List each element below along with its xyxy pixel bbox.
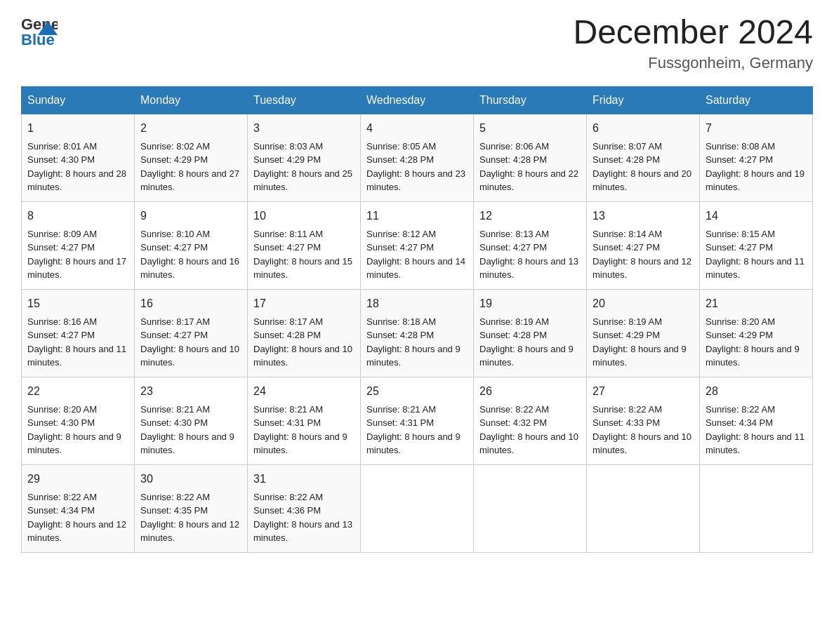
day-info: Sunrise: 8:02 AMSunset: 4:29 PMDaylight:… [140,141,239,193]
day-number: 7 [706,120,807,137]
day-info: Sunrise: 8:08 AMSunset: 4:27 PMDaylight:… [706,141,805,193]
day-number: 10 [253,208,355,224]
day-cell [700,464,813,552]
svg-text:Blue: Blue [21,31,55,48]
day-cell [361,464,474,552]
day-number: 12 [479,208,581,224]
day-number: 17 [253,295,355,312]
day-cell: 24Sunrise: 8:21 AMSunset: 4:31 PMDayligh… [248,377,361,464]
week-row-1: 1Sunrise: 8:01 AMSunset: 4:30 PMDaylight… [22,114,813,201]
day-info: Sunrise: 8:09 AMSunset: 4:27 PMDaylight:… [27,229,126,281]
day-cell: 26Sunrise: 8:22 AMSunset: 4:32 PMDayligh… [474,377,587,464]
day-info: Sunrise: 8:20 AMSunset: 4:29 PMDaylight:… [706,316,800,368]
day-cell: 18Sunrise: 8:18 AMSunset: 4:28 PMDayligh… [361,289,474,377]
week-row-4: 22Sunrise: 8:20 AMSunset: 4:30 PMDayligh… [22,377,813,464]
day-cell: 21Sunrise: 8:20 AMSunset: 4:29 PMDayligh… [700,289,813,377]
day-cell: 31Sunrise: 8:22 AMSunset: 4:36 PMDayligh… [248,464,361,552]
day-info: Sunrise: 8:20 AMSunset: 4:30 PMDaylight:… [27,404,121,456]
day-cell: 1Sunrise: 8:01 AMSunset: 4:30 PMDaylight… [22,114,135,201]
title-section: December 2024 Fussgonheim, Germany [573,14,813,72]
header-monday: Monday [135,86,248,114]
day-cell: 29Sunrise: 8:22 AMSunset: 4:34 PMDayligh… [22,464,135,552]
day-info: Sunrise: 8:22 AMSunset: 4:36 PMDaylight:… [253,492,352,544]
day-cell: 27Sunrise: 8:22 AMSunset: 4:33 PMDayligh… [587,377,700,464]
day-number: 26 [479,383,581,400]
day-info: Sunrise: 8:19 AMSunset: 4:29 PMDaylight:… [593,316,687,368]
logo: General Blue [21,14,58,52]
day-info: Sunrise: 8:16 AMSunset: 4:27 PMDaylight:… [27,316,126,368]
day-number: 24 [253,383,355,400]
day-number: 15 [27,295,128,312]
day-info: Sunrise: 8:18 AMSunset: 4:28 PMDaylight:… [366,316,461,368]
day-cell: 10Sunrise: 8:11 AMSunset: 4:27 PMDayligh… [248,201,361,289]
day-info: Sunrise: 8:22 AMSunset: 4:34 PMDaylight:… [27,492,126,544]
day-number: 6 [593,120,694,137]
day-info: Sunrise: 8:03 AMSunset: 4:29 PMDaylight:… [253,141,352,193]
day-number: 4 [366,120,468,137]
day-number: 30 [140,471,241,488]
header-row: SundayMondayTuesdayWednesdayThursdayFrid… [22,86,813,114]
day-info: Sunrise: 8:21 AMSunset: 4:31 PMDaylight:… [253,404,348,456]
day-number: 14 [706,208,807,224]
day-cell: 13Sunrise: 8:14 AMSunset: 4:27 PMDayligh… [587,201,700,289]
day-info: Sunrise: 8:13 AMSunset: 4:27 PMDaylight:… [479,229,578,281]
day-number: 2 [140,120,241,137]
day-cell [474,464,587,552]
calendar-table: SundayMondayTuesdayWednesdayThursdayFrid… [21,86,813,553]
day-number: 29 [27,471,128,488]
day-cell: 11Sunrise: 8:12 AMSunset: 4:27 PMDayligh… [361,201,474,289]
day-number: 18 [366,295,468,312]
location-title: Fussgonheim, Germany [573,54,813,72]
day-info: Sunrise: 8:14 AMSunset: 4:27 PMDaylight:… [593,229,691,281]
day-number: 19 [479,295,581,312]
day-info: Sunrise: 8:22 AMSunset: 4:32 PMDaylight:… [479,404,578,456]
day-info: Sunrise: 8:05 AMSunset: 4:28 PMDaylight:… [366,141,465,193]
day-info: Sunrise: 8:07 AMSunset: 4:28 PMDaylight:… [593,141,691,193]
day-info: Sunrise: 8:21 AMSunset: 4:30 PMDaylight:… [140,404,234,456]
day-cell: 8Sunrise: 8:09 AMSunset: 4:27 PMDaylight… [22,201,135,289]
week-row-2: 8Sunrise: 8:09 AMSunset: 4:27 PMDaylight… [22,201,813,289]
day-cell: 5Sunrise: 8:06 AMSunset: 4:28 PMDaylight… [474,114,587,201]
day-number: 3 [253,120,355,137]
day-number: 1 [27,120,128,137]
day-info: Sunrise: 8:22 AMSunset: 4:35 PMDaylight:… [140,492,239,544]
day-cell: 9Sunrise: 8:10 AMSunset: 4:27 PMDaylight… [135,201,248,289]
day-number: 9 [140,208,241,224]
day-number: 27 [593,383,694,400]
day-cell: 22Sunrise: 8:20 AMSunset: 4:30 PMDayligh… [22,377,135,464]
day-number: 16 [140,295,241,312]
day-number: 22 [27,383,128,400]
day-info: Sunrise: 8:22 AMSunset: 4:34 PMDaylight:… [706,404,805,456]
day-cell: 12Sunrise: 8:13 AMSunset: 4:27 PMDayligh… [474,201,587,289]
logo-icon-area: General Blue [21,14,58,52]
day-number: 13 [593,208,694,224]
day-cell: 17Sunrise: 8:17 AMSunset: 4:28 PMDayligh… [248,289,361,377]
day-number: 11 [366,208,468,224]
header-friday: Friday [587,86,700,114]
day-number: 21 [706,295,807,312]
day-info: Sunrise: 8:22 AMSunset: 4:33 PMDaylight:… [593,404,691,456]
day-cell: 7Sunrise: 8:08 AMSunset: 4:27 PMDaylight… [700,114,813,201]
day-cell: 23Sunrise: 8:21 AMSunset: 4:30 PMDayligh… [135,377,248,464]
week-row-5: 29Sunrise: 8:22 AMSunset: 4:34 PMDayligh… [22,464,813,552]
header-thursday: Thursday [474,86,587,114]
day-info: Sunrise: 8:17 AMSunset: 4:27 PMDaylight:… [140,316,239,368]
day-cell: 3Sunrise: 8:03 AMSunset: 4:29 PMDaylight… [248,114,361,201]
day-cell: 15Sunrise: 8:16 AMSunset: 4:27 PMDayligh… [22,289,135,377]
day-number: 20 [593,295,694,312]
header-saturday: Saturday [700,86,813,114]
day-number: 25 [366,383,468,400]
day-number: 23 [140,383,241,400]
day-cell: 25Sunrise: 8:21 AMSunset: 4:31 PMDayligh… [361,377,474,464]
day-info: Sunrise: 8:11 AMSunset: 4:27 PMDaylight:… [253,229,352,281]
day-info: Sunrise: 8:17 AMSunset: 4:28 PMDaylight:… [253,316,352,368]
header-sunday: Sunday [22,86,135,114]
month-title: December 2024 [573,14,813,51]
header-wednesday: Wednesday [361,86,474,114]
day-info: Sunrise: 8:12 AMSunset: 4:27 PMDaylight:… [366,229,465,281]
day-info: Sunrise: 8:06 AMSunset: 4:28 PMDaylight:… [479,141,578,193]
header-tuesday: Tuesday [248,86,361,114]
day-cell: 14Sunrise: 8:15 AMSunset: 4:27 PMDayligh… [700,201,813,289]
day-info: Sunrise: 8:15 AMSunset: 4:27 PMDaylight:… [706,229,805,281]
week-row-3: 15Sunrise: 8:16 AMSunset: 4:27 PMDayligh… [22,289,813,377]
